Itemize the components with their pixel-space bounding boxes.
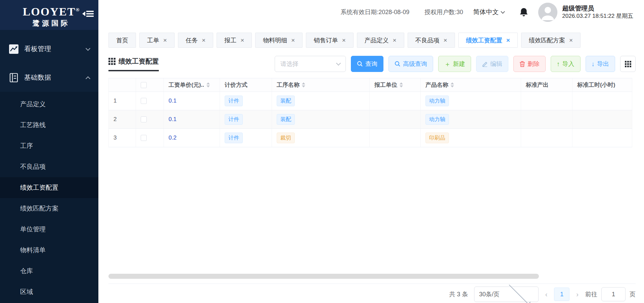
- row-checkbox[interactable]: [141, 135, 147, 141]
- current-page-button[interactable]: 1: [554, 288, 569, 301]
- user-avatar[interactable]: [538, 3, 557, 22]
- table-row: 10.1计件装配动力轴: [108, 92, 632, 110]
- product-name-tag: 动力轴: [425, 114, 449, 124]
- tab-item[interactable]: 任务×: [178, 33, 213, 48]
- top-header: 系统有效日期:2028-08-09 授权用户数:30 简体中文 超级管理员 20…: [98, 0, 644, 24]
- tab-label: 任务: [186, 36, 198, 44]
- licensed-users: 授权用户数:30: [424, 8, 463, 16]
- tab-item[interactable]: 不良品项×: [408, 33, 455, 48]
- column-label: 标准产出: [526, 81, 549, 89]
- column-label: 标准工时(小时): [577, 81, 615, 89]
- row-checkbox[interactable]: [141, 98, 147, 104]
- sidebar-subitem[interactable]: 单位管理: [0, 219, 98, 240]
- current-datetime: 2026.03.27 18:51:22 星期五: [562, 12, 633, 20]
- tab-close-icon[interactable]: ×: [291, 37, 295, 43]
- tab-item[interactable]: 报工×: [217, 33, 252, 48]
- tab-item[interactable]: 产品定义×: [357, 33, 404, 48]
- toolbar-controls: 请选择 查询 高级查询 ＋ 新建 编辑 删除: [275, 56, 636, 72]
- column-header[interactable]: 报工单位: [370, 78, 421, 91]
- table-cell: [572, 129, 632, 147]
- row-index: 3: [113, 135, 117, 141]
- select-all-checkbox[interactable]: [141, 82, 147, 88]
- language-label: 简体中文: [473, 8, 499, 16]
- tab-active[interactable]: 绩效工资配置×: [458, 33, 518, 48]
- sidebar-subitem[interactable]: 绩效匹配方案: [0, 198, 98, 219]
- page-size-select[interactable]: 30条/页: [474, 287, 539, 302]
- language-selector[interactable]: 简体中文: [473, 8, 504, 16]
- table-cell: [572, 92, 632, 110]
- sidebar-item-dashboard[interactable]: 看板管理: [0, 35, 98, 63]
- tab-item[interactable]: 绩效匹配方案×: [521, 33, 581, 48]
- export-button[interactable]: ↓ 导出: [586, 56, 615, 72]
- user-meta[interactable]: 超级管理员 2026.03.27 18:51:22 星期五: [562, 4, 633, 21]
- column-settings-button[interactable]: [620, 56, 636, 72]
- prev-page-button[interactable]: ‹: [545, 291, 548, 298]
- edit-button[interactable]: 编辑: [476, 56, 508, 72]
- table-cell: 1: [108, 92, 136, 110]
- goto-page-input[interactable]: [601, 287, 626, 301]
- sidebar-item-label: 看板管理: [24, 44, 86, 53]
- app-window: LOOYET® 鹭源国际 看板管理 基础数据: [0, 0, 644, 303]
- tab-close-icon[interactable]: ×: [163, 37, 167, 43]
- data-table: 工资单价(元)..计价方式工序名称报工单位产品名称标准产出标准工时(小时) 10…: [108, 78, 632, 147]
- sort-icon[interactable]: [400, 82, 403, 87]
- tab-close-icon[interactable]: ×: [202, 37, 205, 43]
- tab-label: 不良品项: [415, 36, 440, 44]
- sidebar-subitem[interactable]: 工艺路线: [0, 115, 98, 136]
- advanced-search-button[interactable]: 高级查询: [388, 56, 433, 72]
- column-header[interactable]: [136, 78, 164, 91]
- filter-select[interactable]: 请选择: [275, 56, 346, 72]
- sidebar-subitem[interactable]: 工序: [0, 136, 98, 156]
- column-label: 报工单位: [374, 81, 397, 89]
- sidebar-submenu: 产品定义工艺路线工序不良品项绩效工资配置绩效匹配方案单位管理物料清单仓库区域: [0, 92, 98, 303]
- tab-close-icon[interactable]: ×: [444, 37, 447, 43]
- tab-label: 物料明细: [263, 36, 287, 44]
- sidebar-subitem[interactable]: 仓库: [0, 261, 98, 281]
- row-checkbox[interactable]: [141, 116, 147, 122]
- horizontal-scrollbar[interactable]: [108, 274, 539, 279]
- delete-button[interactable]: 删除: [513, 56, 546, 72]
- sidebar-subitem[interactable]: 产品定义: [0, 94, 98, 115]
- tab-close-icon[interactable]: ×: [506, 37, 510, 43]
- table-cell: [136, 92, 164, 110]
- sort-icon[interactable]: [302, 82, 305, 87]
- pagination-divider: [108, 283, 636, 284]
- sort-icon[interactable]: [206, 82, 210, 87]
- tab-item[interactable]: 物料明细×: [255, 33, 303, 48]
- sidebar-subitem-active[interactable]: 绩效工资配置: [0, 177, 98, 198]
- search-button[interactable]: 查询: [351, 56, 383, 72]
- tab-label: 销售订单: [314, 36, 338, 44]
- next-page-button[interactable]: ›: [576, 291, 579, 298]
- unit-price-link[interactable]: 0.1: [169, 116, 177, 123]
- unit-price-link[interactable]: 0.2: [169, 135, 177, 141]
- sidebar-item-base-data[interactable]: 基础数据: [0, 63, 98, 92]
- sidebar-subitem[interactable]: 不良品项: [0, 156, 98, 177]
- tab-item[interactable]: 销售订单×: [306, 33, 353, 48]
- pricing-method-tag: 计件: [225, 132, 243, 143]
- column-header[interactable]: 产品名称: [421, 78, 521, 91]
- tab-close-icon[interactable]: ×: [342, 37, 346, 43]
- brand-subtitle: 鹭源国际: [16, 18, 87, 28]
- table-cell: 3: [108, 129, 136, 147]
- sidebar-subitem[interactable]: 区域: [0, 281, 98, 302]
- tab-close-icon[interactable]: ×: [240, 37, 244, 43]
- table-cell: [521, 110, 572, 128]
- table-body: 10.1计件装配动力轴20.1计件装配动力轴30.2计件裁切印刷品: [108, 92, 632, 147]
- brand-name: LOOYET: [23, 5, 76, 18]
- tab-item[interactable]: 首页: [108, 33, 136, 48]
- column-header[interactable]: 工资单价(元)..: [164, 78, 220, 91]
- list-doc-icon: [9, 73, 19, 83]
- menu-fold-icon[interactable]: [82, 9, 94, 20]
- product-name-tag: 动力轴: [425, 96, 449, 106]
- tab-close-icon[interactable]: ×: [393, 37, 397, 43]
- column-header[interactable]: 工序名称: [272, 78, 370, 91]
- tab-item[interactable]: 工单×: [139, 33, 175, 48]
- column-label: 计价方式: [225, 81, 247, 89]
- sidebar-subitem[interactable]: 物料清单: [0, 240, 98, 261]
- sort-icon[interactable]: [451, 82, 454, 87]
- create-button[interactable]: ＋ 新建: [438, 56, 471, 72]
- tab-close-icon[interactable]: ×: [569, 37, 573, 43]
- import-button[interactable]: ↑ 导入: [551, 56, 581, 72]
- unit-price-link[interactable]: 0.1: [169, 98, 177, 104]
- notification-bell-icon[interactable]: [519, 7, 528, 17]
